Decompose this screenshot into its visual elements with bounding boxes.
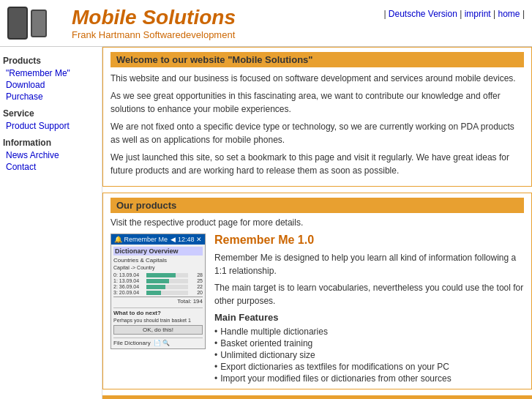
file-dict-bar: File Dictionary 📄 🔍: [113, 338, 203, 346]
header: Mobile Solutions Frank Hartmann Software…: [0, 0, 532, 47]
data-row-2: 2: 36.09.04 22: [113, 284, 203, 289]
sidebar-category-service: Service: [3, 107, 99, 120]
product-screenshot: 🔔 Remember Me ◀ 12:48 ✕ Dictionary Overv…: [110, 234, 206, 349]
sidebar: Products "Remember Me" Download Purchase…: [0, 47, 102, 399]
download-link[interactable]: Download: [6, 80, 45, 90]
site-title: Mobile Solutions Frank Hartmann Software…: [66, 6, 383, 40]
welcome-para-1: This website and our business is focused…: [110, 72, 524, 85]
feature-item-4: Import your modified files or dictionari…: [214, 373, 524, 384]
contact-link[interactable]: Contact: [6, 162, 36, 172]
product-info: Remember Me 1.0 Remember Me is designed …: [214, 234, 524, 384]
main-title: Mobile Solutions: [72, 6, 383, 29]
screenshot-body: Dictionary Overview Countries & Capitals…: [111, 245, 205, 348]
sidebar-item-news-archive[interactable]: News Archive: [3, 149, 99, 161]
phone2-icon: [31, 10, 47, 37]
sidebar-item-remember-me[interactable]: "Remember Me": [3, 67, 99, 79]
screenshot-col: Capital -> Country: [113, 265, 203, 270]
bar-0: [146, 273, 176, 277]
products-header: Our products: [110, 198, 524, 213]
perhaps-text: Perhaps you should train basket 1: [113, 318, 203, 323]
sidebar-category-information: Information: [3, 136, 99, 149]
screenshot-dict-name: Countries & Capitals: [113, 257, 203, 264]
features-list: Handle multiple dictionaries Basket orie…: [214, 326, 524, 384]
imprint-link[interactable]: imprint: [465, 9, 491, 19]
welcome-para-3: We are not fixed onto a specific device …: [110, 120, 524, 146]
header-nav: | Deutsche Version | imprint | home |: [383, 6, 525, 19]
product-support-link[interactable]: Product Support: [6, 121, 70, 131]
total-row: Total: 194: [113, 297, 203, 305]
welcome-para-2: As we see great opportunities in this fa…: [110, 89, 524, 116]
feature-item-1: Basket oriented training: [214, 338, 524, 349]
sidebar-item-contact[interactable]: Contact: [3, 161, 99, 173]
bar-3: [146, 291, 161, 295]
ok-do-this-button[interactable]: OK, do this!: [113, 325, 203, 335]
feature-item-0: Handle multiple dictionaries: [214, 326, 524, 338]
news-archive-link[interactable]: News Archive: [6, 150, 59, 160]
purchase-link[interactable]: Purchase: [6, 92, 43, 102]
feature-item-3: Export dictionaries as textfiles for mod…: [214, 361, 524, 373]
what-next-label: What to do next?: [113, 307, 203, 316]
sidebar-category-products: Products: [3, 54, 99, 67]
main-content: Welcome to our website "Mobile Solutions…: [102, 47, 532, 399]
screenshot-titlebar: 🔔 Remember Me ◀ 12:48 ✕: [111, 234, 205, 245]
sidebar-item-product-support[interactable]: Product Support: [3, 120, 99, 132]
logo-area: [7, 7, 66, 40]
product-item: 🔔 Remember Me ◀ 12:48 ✕ Dictionary Overv…: [110, 234, 524, 384]
file-dict-icons: 📄 🔍: [154, 340, 170, 346]
welcome-para-4: We just launched this site, so set a boo…: [110, 151, 524, 177]
welcome-section: Welcome to our website "Mobile Solutions…: [102, 47, 532, 187]
latest-news-header: Latest News: [102, 395, 532, 399]
sidebar-item-download[interactable]: Download: [3, 79, 99, 91]
welcome-header: Welcome to our website "Mobile Solutions…: [110, 52, 524, 67]
layout: Products "Remember Me" Download Purchase…: [0, 47, 532, 399]
home-link[interactable]: home: [498, 9, 520, 19]
file-dict-label: File Dictionary: [113, 340, 151, 346]
feature-item-2: Unlimited dictionary size: [214, 349, 524, 361]
product-desc-1: Remember Me is designed to help you lear…: [214, 251, 524, 277]
product-name: Remember Me 1.0: [214, 234, 524, 247]
products-intro: Visit the respective product page for mo…: [110, 217, 524, 228]
features-title: Main Features: [214, 312, 524, 323]
sidebar-item-purchase[interactable]: Purchase: [3, 91, 99, 102]
products-section: Our products Visit the respective produc…: [102, 193, 532, 389]
product-desc-2: The main target is to learn vocabularies…: [214, 281, 524, 307]
data-row-3: 3: 20.09.04 20: [113, 290, 203, 295]
data-row-0: 0: 13.09.04 28: [113, 272, 203, 277]
screenshot-app-title: 🔔 Remember Me: [114, 236, 168, 243]
nav-separator4: |: [522, 9, 525, 19]
bar-2: [146, 285, 165, 289]
remember-me-link[interactable]: "Remember Me": [6, 68, 70, 78]
subtitle: Frank Hartmann Softwaredevelopment: [72, 29, 383, 40]
screenshot-time: ◀ 12:48 ✕: [171, 236, 202, 243]
screenshot-window-title: Dictionary Overview: [113, 247, 203, 256]
data-row-1: 1: 13.09.04 25: [113, 278, 203, 283]
phone-icon: [7, 7, 28, 40]
deutsche-version-link[interactable]: Deutsche Version: [389, 9, 457, 19]
bar-1: [146, 279, 169, 283]
